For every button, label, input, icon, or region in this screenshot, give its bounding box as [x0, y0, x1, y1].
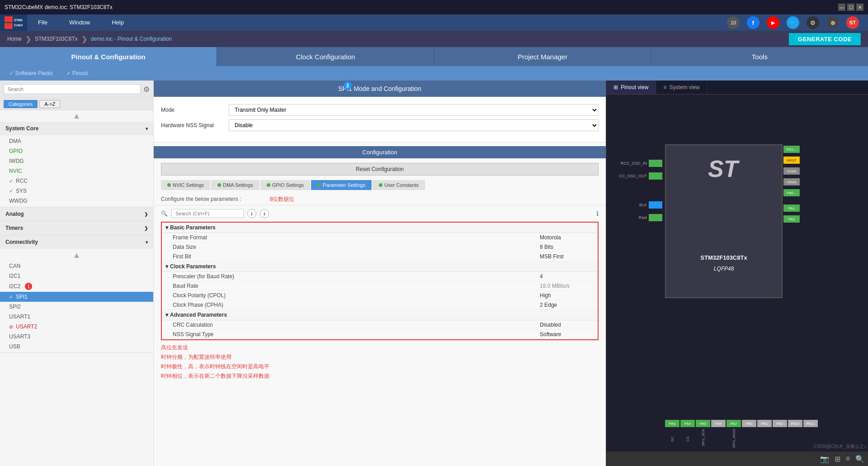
- tab-pinout-view[interactable]: ⊞ Pinout view: [606, 81, 656, 94]
- menu-window[interactable]: Window: [58, 14, 101, 31]
- close-button[interactable]: ✕: [856, 4, 863, 11]
- advanced-params-header[interactable]: ▾ Advanced Parameters: [162, 310, 598, 320]
- pin-vdda[interactable]: VDDA: [783, 178, 800, 185]
- tab-tools[interactable]: Tools: [651, 47, 868, 66]
- pin-pd1[interactable]: PD1-..: [783, 146, 800, 153]
- sidebar-item-sys[interactable]: ✓ SYS: [0, 186, 153, 196]
- param-row-baud-rate: Baud Rate 18.0 MBits/s: [162, 281, 598, 291]
- st-logo[interactable]: ST: [846, 16, 859, 29]
- breadcrumb-file[interactable]: demo.ioc - Pinout & Configuration: [91, 36, 172, 42]
- camera-icon[interactable]: 📷: [820, 455, 829, 463]
- sidebar-item-spi2[interactable]: SPI2: [0, 302, 153, 312]
- sidebar-item-usb[interactable]: USB: [0, 342, 153, 352]
- tab-nvic-settings[interactable]: NVIC Settings: [161, 180, 210, 190]
- app-logo[interactable]: STM32 CubeMX: [0, 14, 27, 31]
- left-pin-box-rset[interactable]: [649, 214, 662, 221]
- sidebar-item-can[interactable]: CAN: [0, 261, 153, 271]
- pin-nrst[interactable]: NRST: [783, 157, 800, 164]
- sub-tab-pinout[interactable]: ✓ Pinout: [66, 70, 88, 76]
- sidebar-item-spi1[interactable]: ✓ SPI1: [0, 292, 153, 302]
- nss-row: Hardware NSS Signal Disable: [161, 119, 599, 131]
- pin-pb2[interactable]: PB2: [773, 420, 787, 427]
- basic-params-header[interactable]: ▾ Basic Parameters: [162, 223, 598, 233]
- clock-params-header[interactable]: ▾ Clock Parameters: [162, 262, 598, 272]
- grid-icon[interactable]: ⊞: [835, 455, 840, 463]
- breadcrumb-home[interactable]: Home: [7, 36, 22, 42]
- github-icon[interactable]: ⚙: [807, 16, 819, 29]
- settings-gear-icon[interactable]: ⚙: [143, 85, 150, 94]
- pin-pa7[interactable]: PA7: [726, 420, 741, 427]
- sidebar-item-usart1[interactable]: USART1: [0, 312, 153, 322]
- tab-dma-settings[interactable]: DMA Settings: [211, 180, 259, 190]
- sidebar-item-i2c1[interactable]: I2C1: [0, 271, 153, 281]
- menu-help[interactable]: Help: [101, 14, 135, 31]
- sidebar-item-dma[interactable]: DMA: [0, 136, 153, 146]
- tab-user-constants[interactable]: User Constants: [373, 180, 425, 190]
- tab-project-manager[interactable]: Project Manager: [434, 47, 651, 66]
- facebook-icon[interactable]: f: [747, 16, 760, 29]
- tab-system-view[interactable]: ≡ System view: [656, 81, 707, 94]
- left-pin-box-blk[interactable]: [649, 201, 662, 209]
- params-info-icon[interactable]: ℹ: [596, 210, 599, 217]
- sidebar-item-nvic[interactable]: NVIC: [0, 166, 153, 176]
- filter-az-button[interactable]: A->Z: [39, 100, 60, 108]
- youtube-icon[interactable]: ▶: [767, 16, 779, 29]
- titlebar-left: STM32CubeMX demo.ioc: STM32F103C8Tx: [5, 4, 113, 10]
- generate-code-button[interactable]: GENERATE CODE: [789, 33, 861, 45]
- tab-pinout-config[interactable]: Pinout & Configuration: [0, 47, 217, 66]
- mode-select[interactable]: Transmit Only Master: [229, 104, 599, 116]
- sidebar-category-header-analog[interactable]: Analog ❯: [0, 207, 153, 221]
- pin-pb11[interactable]: PB11: [803, 420, 818, 427]
- info-btn-2[interactable]: ℹ: [260, 209, 269, 218]
- pin-pb1[interactable]: PB1: [757, 420, 772, 427]
- annotation-prescaler: 时钟分频，为配置波特率使用: [161, 353, 599, 361]
- restore-button[interactable]: ☐: [847, 4, 854, 11]
- pin-vssa[interactable]: VSSA: [783, 167, 800, 175]
- search-bottom-icon[interactable]: 🔍: [855, 455, 864, 463]
- reset-config-button[interactable]: Reset Configuration: [161, 163, 599, 176]
- sidebar-category-header-timers[interactable]: Timers ❯: [0, 221, 153, 235]
- chip-name-label: STM32F103C8Tx: [700, 254, 747, 261]
- left-pin-box-0[interactable]: [649, 160, 662, 167]
- sidebar-item-rcc[interactable]: ✓ RCC: [0, 176, 153, 186]
- network-icon[interactable]: ⊕: [826, 16, 839, 29]
- list-icon[interactable]: ≡: [846, 455, 850, 463]
- pin-pa2[interactable]: PA2: [783, 215, 800, 223]
- tab-gpio-settings[interactable]: GPIO Settings: [260, 180, 310, 190]
- filter-categories-button[interactable]: Categories: [4, 100, 38, 108]
- nss-select[interactable]: Disable: [229, 119, 599, 131]
- bottom-pin-pa5: PA5 SPI1_SCK: [696, 420, 710, 448]
- pin-pa6[interactable]: PA6: [711, 420, 726, 427]
- left-pin-box-1[interactable]: [649, 172, 662, 180]
- annotation-cpha: 时钟相位，表示在第二个数据下降沿采样数据: [161, 372, 599, 380]
- tab-clock-config[interactable]: Clock Configuration: [217, 47, 434, 66]
- pin-pb10[interactable]: PB10: [788, 420, 802, 427]
- clock-icon[interactable]: 10: [727, 16, 740, 29]
- minimize-button[interactable]: —: [838, 4, 845, 11]
- sidebar-category-header-system-core[interactable]: System Core ▾: [0, 122, 153, 135]
- params-search-input[interactable]: [171, 209, 244, 218]
- titlebar-controls: — ☐ ✕: [838, 4, 863, 11]
- sidebar-item-i2c2[interactable]: I2C2 1: [0, 281, 153, 292]
- sidebar-item-iwdg[interactable]: IWDG: [0, 156, 153, 166]
- info-btn-1[interactable]: ℹ: [247, 209, 256, 218]
- twitter-icon[interactable]: 🐦: [787, 16, 799, 29]
- sidebar-item-usart2[interactable]: ⊘ USART2: [0, 322, 153, 332]
- pin-pa5[interactable]: PA5: [696, 420, 710, 427]
- menu-file[interactable]: File: [27, 14, 58, 31]
- sidebar-item-usart3[interactable]: USART3: [0, 332, 153, 342]
- pin-pa4[interactable]: PA4: [680, 420, 695, 427]
- pin-pa3[interactable]: PA3: [665, 420, 679, 427]
- app-title: STM32CubeMX demo.ioc: STM32F103C8Tx: [5, 4, 113, 10]
- sidebar-item-gpio[interactable]: GPIO: [0, 146, 153, 156]
- breadcrumb-chip[interactable]: STM32F103C8Tx: [35, 36, 78, 42]
- sidebar-item-wwdg[interactable]: WWDG: [0, 196, 153, 206]
- param-row-data-size: Data Size 8 Bits: [162, 243, 598, 252]
- sidebar-category-header-connectivity[interactable]: Connectivity ▾: [0, 235, 153, 249]
- pin-pa0[interactable]: PA0-..: [783, 189, 800, 196]
- search-input[interactable]: [4, 84, 141, 94]
- sub-tab-software-packs[interactable]: ✓ Software Packs: [9, 70, 53, 76]
- pin-pa1[interactable]: PA1: [783, 204, 800, 212]
- tab-parameter-settings[interactable]: Parameter Settings: [311, 180, 372, 190]
- pin-pb0[interactable]: PB0: [742, 420, 756, 427]
